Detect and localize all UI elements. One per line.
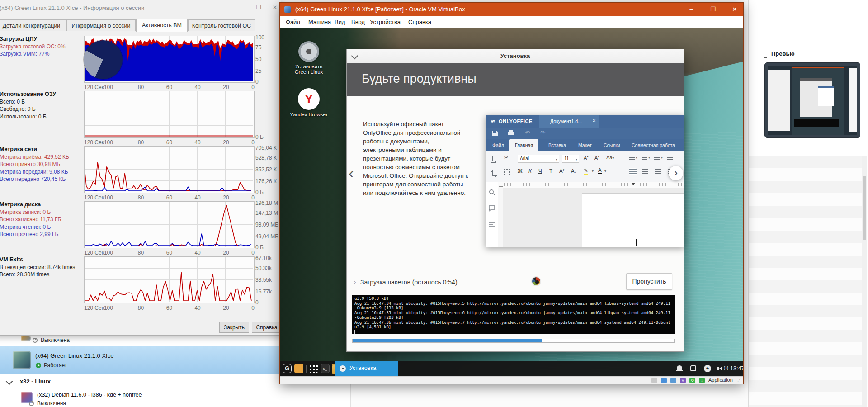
search-icon[interactable] [489,189,495,195]
numbered-list-icon[interactable] [642,156,647,161]
previous-slide-arrow[interactable]: ‹ [349,166,354,180]
ribbon-tab-file[interactable]: Файл [492,139,504,151]
vm-close-button[interactable]: ✕ [726,3,744,16]
desktop-root: – ❐ ✕ Превью [0,0,868,407]
indent-marker[interactable] [632,183,635,185]
change-case-button[interactable]: Aa▾ [606,155,614,160]
vm-list-row-debian[interactable]: (x32) Debian 11.6.0 - i386 - kde + nonfr… [0,390,350,407]
strikethrough-button[interactable]: Ŧ [549,168,552,174]
status-recording-icon[interactable]: V [680,378,686,383]
decrease-font-button[interactable]: A▾ [594,155,599,161]
cut-icon[interactable]: ✂ [504,155,508,161]
status-shared-folders-icon[interactable] [651,378,657,383]
font-name-select[interactable]: Arial▾ [518,155,559,163]
files-app-icon[interactable] [294,364,303,373]
preview-session-window [768,70,790,131]
ribbon-tab-insert[interactable]: Вставка [548,139,566,151]
power-manager-icon[interactable]: ϟ [704,365,711,372]
skip-button[interactable]: Пропустить [626,273,672,290]
bullet-list-icon[interactable] [629,156,635,161]
vm-status: Выключена [41,337,70,343]
ribbon-tab-collaboration[interactable]: Совместная работа [632,139,675,151]
help-button[interactable]: Справка [252,322,282,333]
menu-view[interactable]: Вид [335,16,345,28]
display-icon[interactable] [690,365,696,371]
ruler-ticks [504,183,684,186]
metric-line: Свободно: 0 Б [0,106,56,112]
tab-menu-icon[interactable]: ≡ [543,118,546,123]
multilevel-list-icon[interactable] [654,156,660,161]
clock: 13:47 [730,365,743,372]
comments-icon[interactable] [489,205,495,212]
installer-minimize-button[interactable]: – [674,49,677,63]
undo-icon[interactable]: ↶ [525,129,530,136]
font-size-select[interactable]: 11▾ [562,155,579,163]
document-page[interactable] [582,193,684,247]
maximize-button[interactable]: ❐ [252,4,265,11]
details-scrollbar[interactable] [862,156,867,407]
document-tab[interactable]: ≡ Документ1.d... ✕ [539,115,599,128]
desktop-icon-install[interactable]: Установить Green Linux [286,41,331,75]
select-all-icon[interactable] [504,169,510,175]
tab-config-details[interactable]: Детали конфигурации [0,19,66,31]
ribbon-tab-home[interactable]: Главная [509,139,538,151]
next-slide-arrow[interactable]: › [669,166,683,180]
close-dialog-button[interactable]: Закрыть [219,322,249,333]
installer-titlebar[interactable]: Установка – [347,49,684,63]
italic-button[interactable]: К [528,168,532,174]
status-display-icon[interactable] [661,378,667,383]
vm-preview-thumbnail[interactable] [764,62,860,138]
menu-help[interactable]: Справка [408,16,431,28]
bold-button[interactable]: Ж [518,168,522,174]
ribbon-tab-layout[interactable]: Макет [578,139,592,151]
tab-vm-activity[interactable]: Активность ВМ [136,19,188,32]
details-scrollbar-thumb[interactable] [863,176,866,240]
vm-titlebar[interactable]: (x64) Green Linux 21.1.0 Xfce [Работает]… [280,3,743,16]
redo-icon[interactable]: ↷ [540,129,545,136]
print-icon[interactable] [508,132,514,135]
ruler-corner [499,183,503,187]
tab-session-info[interactable]: Информация о сессии [66,19,136,31]
terminal-app-icon[interactable]: $_ [321,364,330,373]
indent-icon[interactable] [667,156,673,161]
notifications-icon[interactable] [677,365,682,370]
status-windows-icon[interactable] [670,378,676,383]
align-left-button[interactable] [629,168,637,175]
icon-label: Установить [286,64,331,69]
underline-button[interactable]: Ч [538,168,542,174]
font-color-button[interactable]: A [598,167,602,174]
copy-icon[interactable] [492,156,497,161]
menu-devices[interactable]: Устройства [370,16,401,28]
increase-font-button[interactable]: A▴ [584,155,589,161]
expand-log-chevron[interactable]: › [354,279,356,285]
align-right-button[interactable] [655,169,661,174]
resize-grip[interactable]: ⋰ [737,377,742,382]
align-center-button[interactable] [642,169,648,174]
ribbon-tab-references[interactable]: Ссылки [604,139,620,151]
app-grid-icon[interactable] [309,364,318,373]
menu-launcher-icon[interactable]: G [283,364,292,373]
desktop-icon-yandex[interactable]: Y Yandex Browser [286,88,331,117]
navigation-icon[interactable] [489,222,495,228]
vm-minimize-button[interactable]: – [682,3,700,16]
highlight-color-button[interactable]: ✎ [584,167,588,175]
status-usb-icon[interactable]: ↓ [699,378,705,383]
tab-guest-control[interactable]: Контроль гостевой ОС [188,19,255,31]
metric-line: Метрика записи: 0 Б [0,209,61,215]
subscript-button[interactable]: A₂ [571,168,576,174]
onlyoffice-left-sidebar [486,182,498,247]
install-log-terminal[interactable]: u3.9 [59.3 kB] Aug 21 16:47:34 mint ubiq… [352,295,675,334]
menu-input[interactable]: Ввод [351,16,365,28]
guest-screen[interactable]: Установить Green Linux Y Yandex Browser … [280,28,743,376]
status-network-icon[interactable]: ↻ [689,378,695,383]
vm-maximize-button[interactable]: ❐ [704,3,722,16]
taskbar-task-installer[interactable]: Установка [335,361,398,376]
save-icon[interactable] [492,131,498,136]
metric-line: Использовано: 0 Б [0,114,56,120]
menu-file[interactable]: Файл [286,16,300,28]
tab-close-icon[interactable]: ✕ [592,118,596,123]
menu-machine[interactable]: Машина [308,16,331,28]
superscript-button[interactable]: A² [559,168,565,174]
paste-icon[interactable] [492,170,497,176]
minimize-button[interactable]: – [236,4,249,11]
